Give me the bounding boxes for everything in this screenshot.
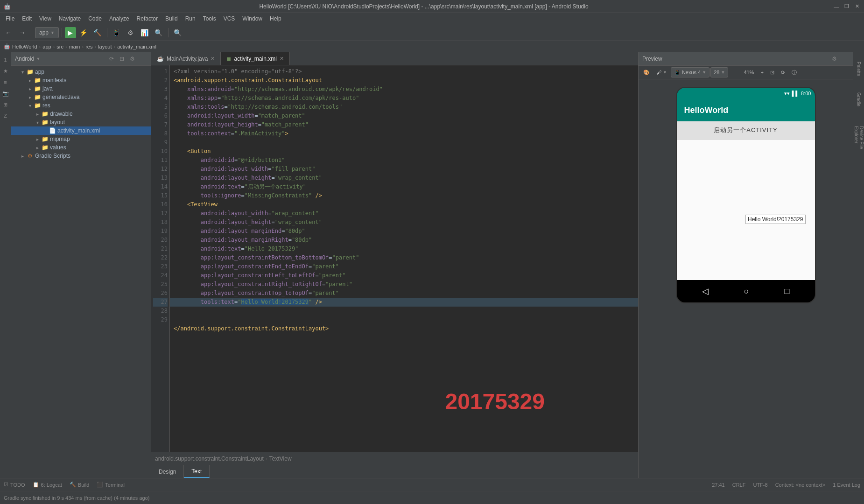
close-tab-java-icon[interactable]: ✕ <box>211 56 215 62</box>
tab-main-activity-java[interactable]: ☕ MainActivity.java ✕ <box>151 52 221 65</box>
textview-breadcrumb[interactable]: TextView <box>269 455 292 462</box>
nav-home-btn[interactable]: ○ <box>744 287 749 296</box>
toolbar-sync-btn[interactable]: ⚡ <box>77 26 90 39</box>
folder-icon: 📁 <box>41 144 49 151</box>
menu-tools[interactable]: Tools <box>199 14 220 23</box>
folder-icon: 📁 <box>41 110 49 118</box>
breadcrumb-src[interactable]: src <box>56 44 63 49</box>
menu-view[interactable]: View <box>35 14 55 23</box>
close-button[interactable]: ✕ <box>854 3 860 10</box>
event-log-label[interactable]: 1 Event Log <box>833 482 860 488</box>
toolbar-build-btn[interactable]: 🔨 <box>91 26 104 39</box>
menu-run[interactable]: Run <box>182 14 199 23</box>
tree-app[interactable]: ▾ 📁 app <box>11 68 151 76</box>
context-label: Context: <no context> <box>775 482 826 488</box>
tree-java-label: java <box>42 85 53 92</box>
menu-vcs[interactable]: VCS <box>220 14 239 23</box>
palette-btn[interactable]: 🎨 <box>640 69 653 77</box>
tab-activity-main-xml[interactable]: ◼ activity_main.xml ✕ <box>221 52 289 65</box>
menu-file[interactable]: File <box>2 14 18 23</box>
breadcrumb-helloworld[interactable]: HelloWorld <box>12 44 37 49</box>
tree-layout[interactable]: ▾ 📁 layout <box>11 118 151 126</box>
tree-manifests[interactable]: ▸ 📁 manifests <box>11 76 151 84</box>
zoom-out-btn[interactable]: — <box>729 69 740 76</box>
toolbar-back-btn[interactable]: ← <box>2 26 15 39</box>
preview-hide-icon[interactable]: — <box>840 54 849 63</box>
editor-tabs: ☕ MainActivity.java ✕ ◼ activity_main.xm… <box>151 52 638 65</box>
fit-to-window-btn[interactable]: ⊡ <box>767 69 777 77</box>
tree-generated-java[interactable]: ▸ 📁 generatedJava <box>11 93 151 101</box>
menu-edit[interactable]: Edit <box>18 14 35 23</box>
breadcrumb-file[interactable]: activity_main.xml <box>117 44 156 49</box>
menu-help[interactable]: Help <box>266 14 285 23</box>
tab-text[interactable]: Text <box>184 465 210 478</box>
run-button[interactable]: ▶ <box>65 27 76 38</box>
toolbar-forward-btn[interactable]: → <box>16 26 29 39</box>
breadcrumb-main[interactable]: main <box>69 44 80 49</box>
refresh-btn[interactable]: ⟳ <box>778 69 788 77</box>
breadcrumb-app[interactable]: app <box>42 44 51 49</box>
tree-res[interactable]: ▾ 📁 res <box>11 101 151 110</box>
project-tab-icon[interactable]: 1 <box>1 55 10 64</box>
code-editor[interactable]: 12345 678910 1112131415 1617181920 21222… <box>151 65 638 452</box>
api-dropdown[interactable]: 28 ▼ <box>710 67 728 77</box>
minimize-button[interactable]: — <box>833 3 840 10</box>
breadcrumb-sep-icon: › <box>266 455 267 462</box>
todo-item[interactable]: ☑ TODO <box>4 482 25 488</box>
menu-code[interactable]: Code <box>84 14 105 23</box>
maximize-button[interactable]: ❐ <box>843 3 850 10</box>
android-dropdown-icon[interactable]: ▼ <box>36 56 40 61</box>
gear-icon[interactable]: ⚙ <box>127 54 137 63</box>
theme-selector-btn[interactable]: 🖌 ▼ <box>653 69 670 76</box>
terminal-item[interactable]: ⬛ Terminal <box>97 482 125 488</box>
todo-icon: ☑ <box>4 482 8 488</box>
tree-gradle-scripts[interactable]: ▸ ⚙ Gradle Scripts <box>11 152 151 160</box>
folder-icon: 📁 <box>34 102 41 109</box>
toolbar-profiler-btn[interactable]: 📊 <box>138 26 151 39</box>
breadcrumb-layout[interactable]: layout <box>98 44 112 49</box>
tree-mipmap[interactable]: ▸ 📁 mipmap <box>11 135 151 143</box>
gradle-side-icon[interactable]: Gradle <box>854 88 864 111</box>
android-label: Android <box>15 56 34 62</box>
breadcrumb-res[interactable]: res <box>85 44 92 49</box>
nav-back-btn[interactable]: ◁ <box>702 286 709 296</box>
tree-java[interactable]: ▸ 📁 java <box>11 84 151 93</box>
collapse-icon[interactable]: ⊟ <box>117 54 126 63</box>
toolbar-avd-btn[interactable]: 📱 <box>110 26 123 39</box>
device-file-explorer-icon[interactable]: Device File Explorer <box>854 126 864 163</box>
menu-refactor[interactable]: Refactor <box>133 14 162 23</box>
info-btn[interactable]: ⓘ <box>789 68 800 77</box>
zoom-in-btn[interactable]: + <box>758 69 766 76</box>
menu-navigate[interactable]: Navigate <box>55 14 84 23</box>
menu-build[interactable]: Build <box>162 14 182 23</box>
build-item[interactable]: 🔨 Build <box>70 482 89 488</box>
nav-recent-btn[interactable]: □ <box>785 287 790 296</box>
hide-icon[interactable]: — <box>138 54 147 63</box>
tree-drawable[interactable]: ▸ 📁 drawable <box>11 110 151 118</box>
tree-activity-main-xml[interactable]: 📄 activity_main.xml <box>11 126 151 135</box>
palette-side-icon[interactable]: Palette <box>854 55 864 83</box>
captures-tab-icon[interactable]: 📷 <box>1 89 10 98</box>
close-tab-xml-icon[interactable]: ✕ <box>280 56 284 62</box>
toolbar-layout-inspector-btn[interactable]: 🔍 <box>152 26 165 39</box>
search-everywhere-btn[interactable]: 🔍 <box>171 26 184 39</box>
code-content[interactable]: <?xml version="1.0" encoding="utf-8"?> C… <box>170 65 638 452</box>
toolbar-sdk-btn[interactable]: ⚙ <box>124 26 137 39</box>
phone-content: 启动另一个ACTIVITY Hello World!20175329 <box>677 121 815 280</box>
favorites-tab-icon[interactable]: ★ <box>1 66 10 76</box>
tab-design[interactable]: Design <box>151 465 184 478</box>
tree-values[interactable]: ▸ 📁 values <box>11 143 151 152</box>
build-variants-icon[interactable]: ⊞ <box>1 100 10 109</box>
structure-tab-icon[interactable]: ≡ <box>1 77 10 87</box>
breadcrumb-sep4: › <box>82 44 84 49</box>
constraint-layout-breadcrumb[interactable]: android.support.constraint.ConstraintLay… <box>155 455 264 462</box>
phone-button[interactable]: 启动另一个ACTIVITY <box>677 121 815 140</box>
app-dropdown[interactable]: app ▼ <box>35 27 59 38</box>
sync-icon[interactable]: ⟳ <box>107 54 116 63</box>
device-dropdown[interactable]: 📱 Nexus 4 ▼ <box>671 67 709 77</box>
menu-window[interactable]: Window <box>239 14 266 23</box>
logcat-item[interactable]: 📋 6: Logcat <box>33 482 62 488</box>
preview-settings-icon[interactable]: ⚙ <box>829 54 839 63</box>
menu-analyze[interactable]: Analyze <box>105 14 133 23</box>
z-structure-icon[interactable]: Z <box>1 111 10 120</box>
